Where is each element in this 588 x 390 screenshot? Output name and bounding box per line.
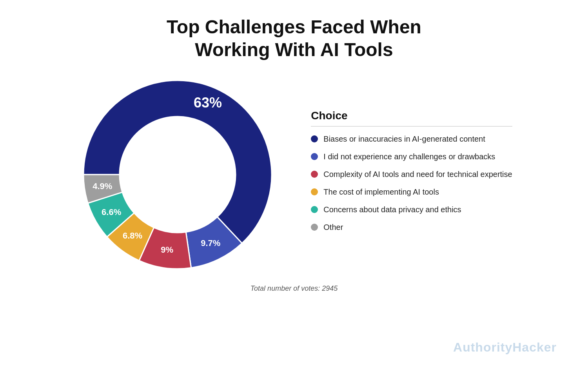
legend-dot	[311, 188, 318, 195]
donut-chart: 63%9.7%9%6.8%6.6%4.9%	[76, 73, 279, 277]
segment-label: 6.8%	[123, 231, 142, 241]
watermark: AuthorityHacker	[453, 340, 557, 355]
segment-label: 63%	[194, 95, 222, 111]
legend-dot	[311, 153, 318, 160]
legend-dot	[311, 171, 318, 178]
legend-text: Concerns about data privacy and ethics	[323, 204, 461, 215]
chart-area: 63%9.7%9%6.8%6.6%4.9% Choice Biases or i…	[0, 73, 588, 277]
legend-item: Biases or inaccuracies in AI-generated c…	[311, 134, 512, 144]
legend-item: Other	[311, 222, 512, 233]
legend-text: Complexity of AI tools and need for tech…	[323, 169, 512, 180]
legend-text: The cost of implementing AI tools	[323, 187, 439, 197]
legend-divider	[311, 126, 512, 127]
segment-label: 9%	[161, 245, 174, 255]
legend-title: Choice	[311, 109, 512, 122]
segment-label: 4.9%	[93, 181, 113, 191]
legend-dot	[311, 135, 318, 142]
legend-dot	[311, 206, 318, 213]
legend-item: The cost of implementing AI tools	[311, 187, 512, 197]
legend-item: Complexity of AI tools and need for tech…	[311, 169, 512, 180]
donut-svg: 63%9.7%9%6.8%6.6%4.9%	[76, 73, 279, 277]
legend-item: Concerns about data privacy and ethics	[311, 204, 512, 215]
legend-text: Other	[323, 222, 343, 233]
segment-label: 6.6%	[102, 207, 121, 217]
footer-votes: Total number of votes: 2945	[250, 284, 338, 293]
legend-dot	[311, 224, 318, 231]
chart-title: Top Challenges Faced When Working With A…	[167, 16, 421, 61]
legend-text: Biases or inaccuracies in AI-generated c…	[323, 134, 485, 144]
legend-item: I did not experience any challenges or d…	[311, 151, 512, 162]
legend-text: I did not experience any challenges or d…	[323, 151, 495, 162]
legend: Choice Biases or inaccuracies in AI-gene…	[311, 109, 512, 240]
segment-label: 9.7%	[201, 238, 220, 248]
